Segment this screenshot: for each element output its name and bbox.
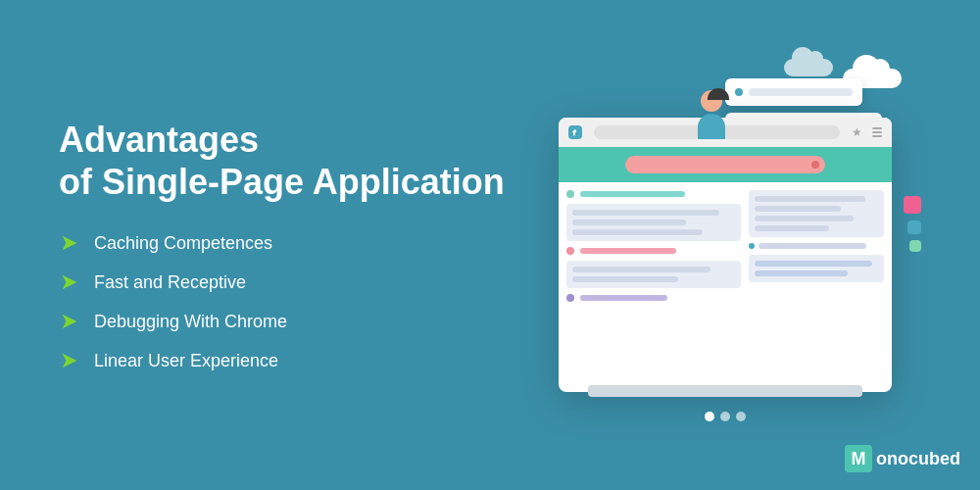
browser-nav-dots [705, 412, 746, 421]
search-icon [811, 161, 819, 169]
right-line-6 [755, 261, 872, 267]
right-row-dots [749, 243, 884, 249]
right-line-5 [759, 243, 866, 249]
feature-item-fast: Fast and Receptive [59, 271, 529, 293]
nav-dot-2 [720, 412, 730, 421]
svg-marker-2 [63, 315, 77, 329]
card-line-4 [572, 267, 710, 272]
right-line-1 [755, 196, 865, 202]
menu-icon [872, 127, 882, 137]
right-card-1 [749, 190, 884, 237]
content-row-1 [566, 190, 741, 198]
monocubed-logo: M onocubed [845, 445, 960, 472]
browser-window: ★ [559, 118, 892, 392]
content-card-2 [566, 261, 741, 288]
logo-name: onocubed [876, 449, 960, 469]
right-dot-1 [749, 243, 755, 249]
person-torso [698, 114, 725, 139]
left-panel: Advantages of Single-Page Application Ca… [59, 119, 529, 371]
right-card-2 [749, 255, 884, 282]
svg-marker-1 [63, 275, 77, 290]
svg-marker-3 [63, 354, 77, 368]
home-dot [568, 125, 582, 139]
right-line-7 [755, 270, 847, 276]
feature-label-caching: Caching Competences [94, 233, 272, 254]
star-icon: ★ [852, 125, 862, 139]
card-line-3 [572, 229, 703, 235]
feature-label-debugging: Debugging With Chrome [94, 312, 287, 332]
right-line-3 [755, 216, 854, 221]
page-title: Advantages of Single-Page Application [59, 119, 529, 203]
feature-list: Caching Competences Fast and Receptive D… [59, 232, 529, 371]
content-row-2 [566, 247, 741, 255]
feature-item-caching: Caching Competences [59, 232, 529, 254]
row-dot-1 [566, 190, 574, 198]
cloud-2 [784, 59, 833, 76]
content-card-1 [566, 204, 741, 241]
card-line-2 [572, 220, 686, 225]
arrow-icon-debugging [59, 311, 80, 332]
right-line-2 [755, 206, 841, 212]
page-container: Advantages of Single-Page Application Ca… [0, 0, 980, 490]
side-card-green [909, 240, 921, 252]
feature-item-debugging: Debugging With Chrome [59, 311, 529, 332]
right-panel: ★ [529, 39, 921, 451]
nav-dot-3 [736, 412, 746, 421]
browser-content [559, 182, 892, 392]
row-dot-3 [566, 294, 574, 302]
row-line-1 [580, 191, 685, 197]
person-hair [708, 88, 729, 100]
content-right-col [749, 190, 884, 384]
side-card-pink [904, 196, 921, 214]
browser-header-bar [559, 147, 892, 182]
right-line-4 [755, 225, 828, 231]
row-line-3 [580, 295, 667, 301]
feature-label-linear: Linear User Experience [94, 351, 278, 371]
arrow-icon-fast [59, 271, 80, 293]
row-dot-2 [566, 247, 574, 255]
svg-marker-0 [63, 236, 77, 251]
arrow-icon-linear [59, 350, 80, 371]
browser-search-bar[interactable] [625, 156, 825, 173]
person-body [694, 90, 729, 139]
nav-dot-1 [705, 412, 714, 421]
card-line-1 [572, 210, 719, 216]
feature-item-linear: Linear User Experience [59, 350, 529, 371]
content-row-3 [566, 294, 741, 302]
arrow-icon-caching [59, 232, 80, 254]
float-line-1 [749, 88, 853, 96]
logo-letter: M [852, 449, 866, 469]
floating-card-1 [725, 78, 862, 106]
logo-box: M [845, 445, 872, 472]
row-line-2 [580, 248, 676, 254]
card-line-5 [572, 276, 678, 282]
monitor-base [588, 385, 862, 397]
float-dot [735, 88, 743, 96]
home-icon [571, 128, 579, 136]
feature-label-fast: Fast and Receptive [94, 272, 246, 293]
side-card-teal [907, 220, 921, 234]
content-left-col [566, 190, 741, 384]
person-avatar [694, 90, 729, 139]
